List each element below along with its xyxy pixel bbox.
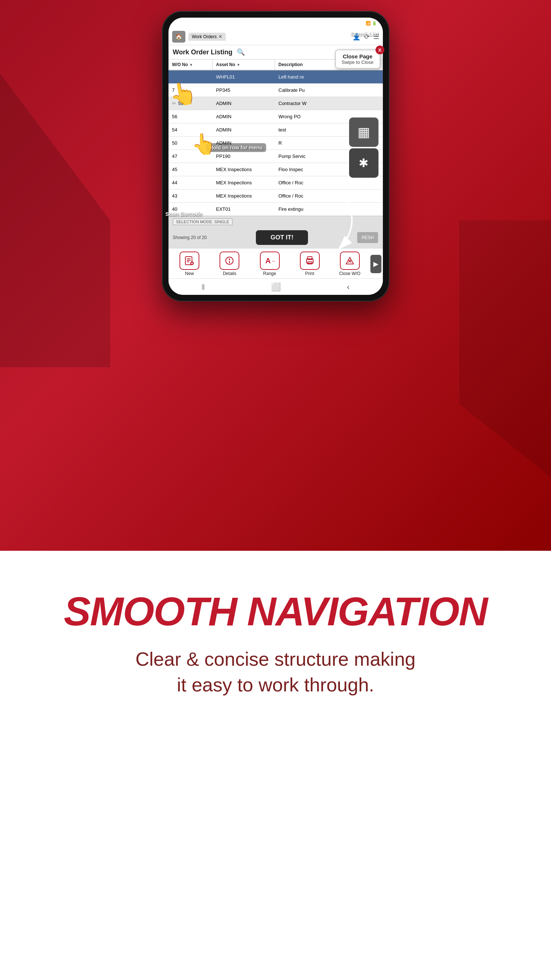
navigation-bar: ⦀ ⬜ ‹: [168, 278, 383, 295]
table-row[interactable]: ✏ 59 ADMIN Contractor W: [168, 97, 383, 110]
bottom-section: SMOOTH NAVIGATION Clear & concise struct…: [0, 562, 551, 720]
cell-asset-10: MEX Inspections: [213, 191, 275, 200]
main-heading: SMOOTH NAVIGATION: [22, 591, 529, 632]
print-label: Print: [305, 271, 314, 276]
svg-text:A→Z: A→Z: [265, 257, 275, 265]
tab-label: Work Orders: [192, 34, 217, 39]
cell-asset-5: ADMIN: [213, 125, 275, 134]
status-icons: 📶 🔋: [365, 21, 377, 26]
cell-wo-8: 45: [168, 165, 213, 174]
close-wo-button[interactable]: Close W/O: [330, 251, 369, 276]
cell-wo-10: 43: [168, 191, 213, 200]
more-button[interactable]: ▶: [370, 255, 381, 273]
home-button[interactable]: 🏠: [172, 31, 186, 43]
details-icon-box: [219, 251, 239, 270]
cell-asset-3: ADMIN: [213, 99, 275, 108]
got-it-bar: Showing 20 of 20 GOT IT! RESH: [168, 227, 383, 248]
work-orders-tab[interactable]: Work Orders ✕: [188, 33, 226, 41]
print-icon-box: [300, 251, 320, 270]
bluetooth-menu-item[interactable]: ✱: [349, 148, 378, 178]
wo-no-column-header[interactable]: W/O No ▼: [168, 59, 213, 70]
range-icon: A→Z: [265, 256, 275, 266]
cell-asset-1: WHFL01: [213, 72, 275, 81]
table-row[interactable]: 44 MEX Inspections Office / Roc: [168, 176, 383, 189]
cell-desc-3: Contractor W: [275, 99, 383, 108]
swipe-to-close-label: Swipe to Close: [342, 59, 374, 65]
table-row[interactable]: 7 PP345 Calibrate Pu: [168, 84, 383, 97]
range-button[interactable]: A→Z Range: [250, 251, 289, 276]
new-button[interactable]: New: [170, 251, 209, 276]
cell-wo-4: 56: [168, 112, 213, 121]
page-title: Work Order Listing: [173, 48, 233, 56]
table-row[interactable]: 43 MEX Inspections Office / Roc: [168, 189, 383, 203]
selection-mode-badge: SELECTION MODE: SINGLE: [173, 218, 233, 225]
close-wo-icon: [345, 256, 355, 266]
search-icon[interactable]: 🔍: [237, 48, 245, 56]
cell-desc-9: Office / Roc: [275, 178, 383, 187]
asset-sort-arrow: ▼: [237, 63, 240, 67]
cell-asset-4: ADMIN: [213, 112, 275, 121]
cell-desc-2: Calibrate Pu: [275, 86, 383, 95]
hand-cursor-2: 👆: [191, 132, 217, 156]
close-page-tooltip: X Close Page Swipe to Close: [335, 49, 380, 68]
asset-no-column-header[interactable]: Asset No ▼: [213, 59, 275, 70]
cell-asset-11: EXT01: [213, 205, 275, 214]
svg-point-8: [229, 258, 230, 260]
details-icon: [225, 256, 234, 266]
status-bar: 📶 🔋: [168, 18, 383, 29]
table-row[interactable]: WHFL01 Left hand re: [168, 70, 383, 84]
new-icon-box: [179, 251, 199, 270]
phone-outer-shell: 📶 🔋 🏠 Work Orders ✕ 👤 ⟳ ☰ Work Order Lis…: [162, 11, 389, 301]
recent-apps-icon[interactable]: ⦀: [202, 282, 205, 292]
home-nav-icon[interactable]: ⬜: [271, 282, 281, 292]
sub-line-1: Clear & concise structure making: [135, 648, 416, 670]
wo-sort-arrow: ▼: [189, 63, 193, 67]
cell-desc-11: Fire extingu: [275, 205, 383, 214]
close-wo-icon-box: [340, 251, 360, 270]
cell-wo-1: [168, 75, 213, 79]
cell-asset-7: PP190: [213, 152, 275, 161]
print-icon: [305, 256, 314, 266]
new-icon: [185, 256, 194, 266]
phone-device: 📶 🔋 🏠 Work Orders ✕ 👤 ⟳ ☰ Work Order Lis…: [162, 11, 389, 301]
cell-desc-10: Office / Roc: [275, 191, 383, 200]
tab-close-icon[interactable]: ✕: [218, 34, 222, 39]
bottom-toolbar: New Details A→Z: [168, 248, 383, 278]
bg-decoration-right: [459, 220, 551, 477]
sub-line-2: it easy to work through.: [177, 674, 375, 695]
search-list-annotation: Search List: [351, 31, 378, 37]
cell-asset-2: PP345: [213, 86, 275, 95]
details-button[interactable]: Details: [210, 251, 249, 276]
hold-menu-popup: ▦ ✱: [349, 118, 378, 178]
cell-asset-9: MEX Inspections: [213, 178, 275, 187]
new-label: New: [185, 271, 194, 276]
cell-asset-8: MEX Inspections: [213, 165, 275, 174]
showing-count: Showing 20 of 20: [173, 235, 207, 240]
details-label: Details: [223, 271, 237, 276]
print-button[interactable]: Print: [290, 251, 329, 276]
selection-info-bar: SELECTION MODE: SINGLE: [168, 216, 383, 227]
close-wo-label: Close W/O: [339, 271, 360, 276]
refresh-button[interactable]: RESH: [357, 232, 378, 243]
sub-text: Clear & concise structure making it easy…: [22, 646, 529, 698]
range-icon-box: A→Z: [260, 251, 280, 270]
hand-cursor-1: 👆: [167, 79, 198, 109]
cell-wo-9: 44: [168, 178, 213, 187]
scan-barcode-label: Scan Barcode: [165, 211, 202, 217]
close-page-label: Close Page: [342, 53, 374, 59]
bg-decoration-left: [0, 73, 110, 367]
cell-desc-1: Left hand re: [275, 72, 383, 81]
range-label: Range: [263, 271, 276, 276]
got-it-button[interactable]: GOT IT!: [256, 230, 308, 245]
close-page-x-button[interactable]: X: [376, 46, 384, 54]
barcode-menu-item[interactable]: ▦: [349, 118, 378, 147]
back-nav-icon[interactable]: ‹: [347, 282, 349, 292]
